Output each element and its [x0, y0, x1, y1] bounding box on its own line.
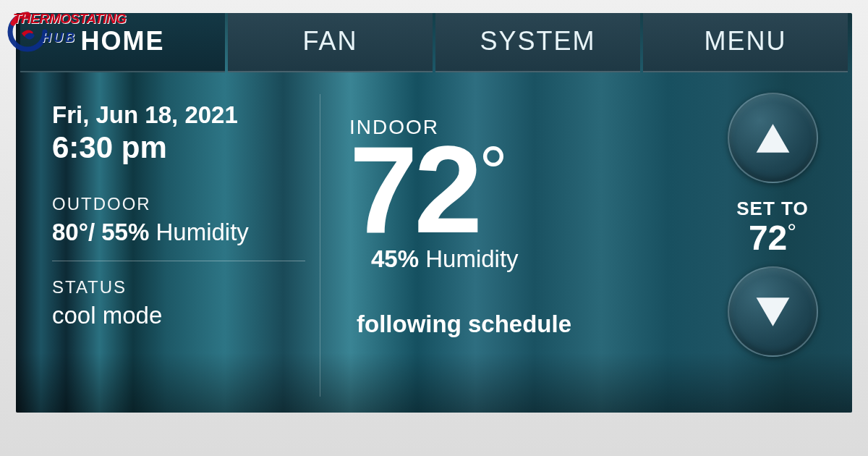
- setpoint-value: 72: [749, 219, 787, 257]
- main-content: Fri, Jun 18, 2021 6:30 pm OUTDOOR 80°/ 5…: [16, 72, 852, 413]
- setpoint-display: SET TO 72°: [736, 198, 808, 256]
- nav-tabs: HOME FAN SYSTEM MENU: [16, 13, 852, 72]
- indoor-temperature: 72°: [349, 132, 707, 249]
- status-value: cool mode: [52, 302, 305, 329]
- thermostat-device-frame: THERMOSTATING HUB HOME FAN SYSTEM MENU F…: [0, 0, 868, 456]
- setpoint-temp: 72°: [736, 220, 808, 256]
- outdoor-humidity-value: 55%: [101, 219, 149, 245]
- watermark-line2: HUB: [42, 30, 77, 46]
- tab-menu[interactable]: MENU: [643, 13, 848, 72]
- watermark-line1: THERMOSTATING: [13, 11, 126, 27]
- outdoor-temp: 80°: [52, 219, 88, 245]
- arrow-down-icon: [753, 295, 793, 329]
- setpoint-label: SET TO: [736, 198, 808, 220]
- schedule-status: following schedule: [357, 311, 707, 338]
- tab-system[interactable]: SYSTEM: [435, 13, 640, 72]
- current-time: 6:30 pm: [52, 130, 305, 165]
- center-column: INDOOR 72° 45% Humidity following schedu…: [320, 94, 715, 397]
- temp-up-button[interactable]: [728, 93, 818, 183]
- current-date: Fri, Jun 18, 2021: [52, 101, 305, 129]
- outdoor-separator: /: [88, 219, 101, 245]
- divider-line: [52, 261, 305, 261]
- outdoor-label: OUTDOOR: [52, 194, 305, 214]
- left-column: Fri, Jun 18, 2021 6:30 pm OUTDOOR 80°/ 5…: [16, 72, 320, 413]
- degree-symbol: °: [479, 131, 508, 212]
- svg-marker-1: [756, 297, 789, 326]
- outdoor-humidity-word: Humidity: [149, 219, 249, 245]
- temp-down-button[interactable]: [728, 266, 818, 357]
- setpoint-degree: °: [787, 219, 796, 245]
- status-label: STATUS: [52, 277, 305, 297]
- arrow-up-icon: [753, 121, 793, 156]
- right-column: SET TO 72°: [715, 72, 852, 413]
- indoor-temp-value: 72: [349, 121, 479, 258]
- thermostat-screen: HOME FAN SYSTEM MENU Fri, Jun 18, 2021 6…: [16, 13, 852, 413]
- outdoor-reading: 80°/ 55% Humidity: [52, 219, 305, 246]
- tab-fan[interactable]: FAN: [228, 13, 433, 72]
- svg-marker-0: [756, 124, 789, 152]
